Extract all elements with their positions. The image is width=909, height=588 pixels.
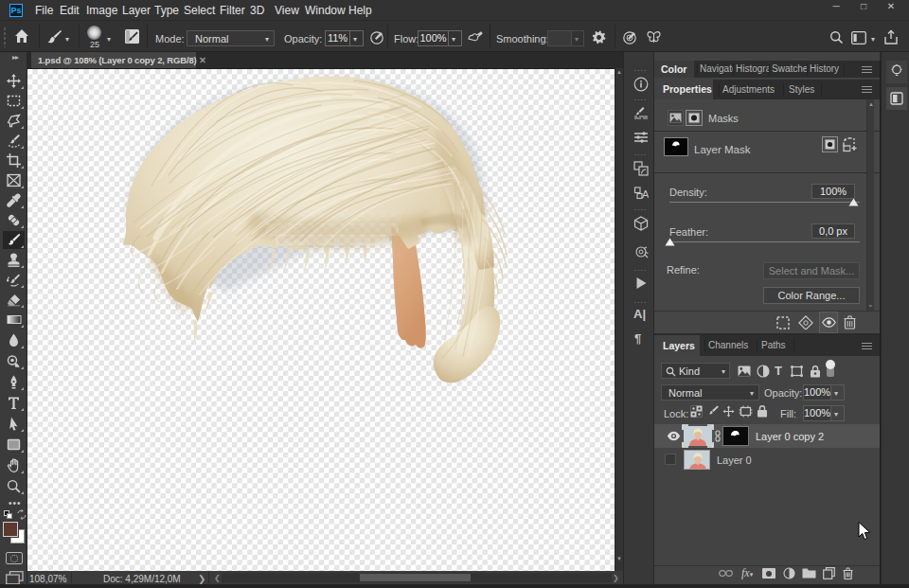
svg-text:A: A: [642, 188, 649, 200]
